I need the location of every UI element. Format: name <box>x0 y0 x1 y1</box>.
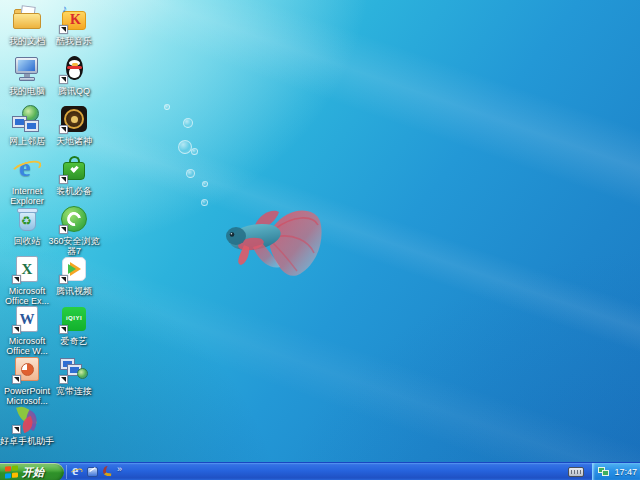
word-icon: W <box>12 304 42 334</box>
internet-explorer-icon: e <box>12 154 42 184</box>
shortcut-arrow-overlay <box>59 175 68 184</box>
shortcut-arrow-overlay <box>12 375 21 384</box>
bubble <box>178 140 192 154</box>
powerpoint-icon <box>12 354 42 384</box>
broadband-connection-icon <box>59 354 89 384</box>
bubble <box>191 148 198 155</box>
desktop-icon-tencent-qq[interactable]: 腾讯QQ <box>43 54 105 96</box>
360-browser-icon <box>59 204 89 234</box>
icon-label: 好卓手机助手 <box>0 436 58 446</box>
qq-penguin-icon <box>59 54 89 84</box>
shortcut-arrow-overlay <box>59 275 68 284</box>
iqiyi-icon: iQIYI <box>59 304 89 334</box>
icon-label: 爱奇艺 <box>43 336 105 346</box>
bubble <box>186 169 195 178</box>
recycle-bin-icon: ♻ <box>12 204 42 234</box>
kuwo-music-icon: K♪ <box>59 4 89 34</box>
desktop-icon-tencent-video[interactable]: 腾讯视频 <box>43 254 105 296</box>
icon-label: 360安全浏览 器7 <box>43 236 105 256</box>
game-medallion-icon <box>59 104 89 134</box>
bubble <box>183 118 193 128</box>
green-bag-icon <box>59 154 89 184</box>
desktop-icon-broadband-connection[interactable]: 宽带连接 <box>43 354 105 396</box>
bubble <box>202 181 208 187</box>
icon-label: 装机必备 <box>43 186 105 196</box>
shortcut-arrow-overlay <box>59 225 68 234</box>
desktop-icon-zhuangji-bibei[interactable]: 装机必备 <box>43 154 105 196</box>
windows-flag-icon <box>5 465 18 478</box>
input-method-keyboard-icon[interactable] <box>568 467 584 477</box>
desktop-icon-game-tiandizhushen[interactable]: 天地诸神 <box>43 104 105 146</box>
system-tray: 17:47 <box>592 463 640 480</box>
shortcut-arrow-overlay <box>59 325 68 334</box>
desktop-icon-kuwo-music[interactable]: K♪ 酷我音乐 <box>43 4 105 46</box>
quick-launch-chevron[interactable]: » <box>117 464 122 474</box>
desktop-icon-iqiyi[interactable]: iQIYI 爱奇艺 <box>43 304 105 346</box>
quick-launch-divider <box>66 465 67 479</box>
icon-label: 酷我音乐 <box>43 36 105 46</box>
shortcut-arrow-overlay <box>59 125 68 134</box>
my-documents-icon <box>12 4 42 34</box>
quick-launch-app-icon[interactable] <box>101 465 115 479</box>
taskbar: 开始 e » 17:47 <box>0 462 640 480</box>
start-button[interactable]: 开始 <box>0 463 64 480</box>
bubble <box>164 104 170 110</box>
desktop-icon-360-browser[interactable]: 360安全浏览 器7 <box>43 204 105 256</box>
start-button-label: 开始 <box>22 465 44 480</box>
excel-icon: X <box>12 254 42 284</box>
shortcut-arrow-overlay <box>59 75 68 84</box>
icon-label: 宽带连接 <box>43 386 105 396</box>
betta-fish-image <box>221 197 325 283</box>
network-tray-icon[interactable] <box>598 467 610 477</box>
my-computer-icon <box>12 54 42 84</box>
light-ray <box>66 0 640 277</box>
shortcut-arrow-overlay <box>12 425 21 434</box>
bubble <box>201 199 208 206</box>
desktop-icon-haozhuo-assistant[interactable]: 好卓手机助手 <box>0 404 58 446</box>
icon-label: 腾讯视频 <box>43 286 105 296</box>
haozhuo-assistant-icon <box>12 404 42 434</box>
quick-launch-ie-icon[interactable]: e <box>70 465 84 479</box>
icon-label: 天地诸神 <box>43 136 105 146</box>
taskbar-clock[interactable]: 17:47 <box>614 467 637 477</box>
icon-label: 腾讯QQ <box>43 86 105 96</box>
shortcut-arrow-overlay <box>12 325 21 334</box>
shortcut-arrow-overlay <box>59 25 68 34</box>
shortcut-arrow-overlay <box>12 275 21 284</box>
quick-launch-show-desktop-icon[interactable] <box>86 465 100 479</box>
shortcut-arrow-overlay <box>59 375 68 384</box>
tencent-video-icon <box>59 254 89 284</box>
desktop-wallpaper: 我的文档 我的电脑 网上邻居 e Internet Explorer ♻ 回收站… <box>0 0 640 462</box>
network-places-icon <box>12 104 42 134</box>
